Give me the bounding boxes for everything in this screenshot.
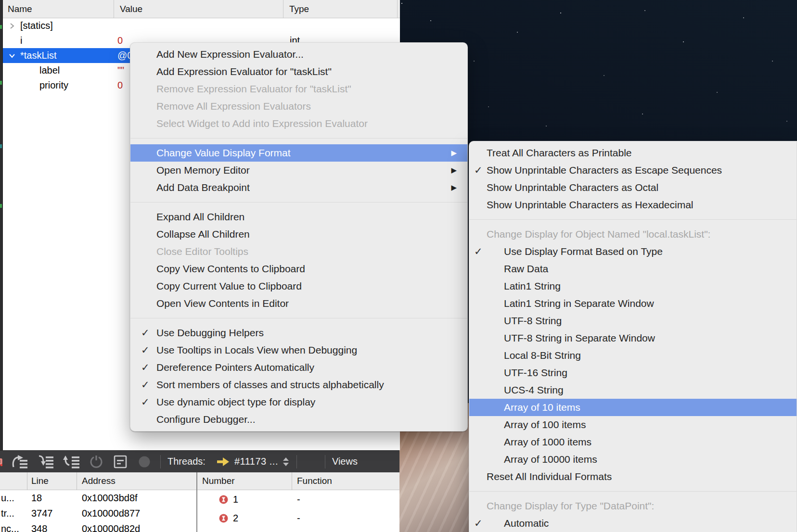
column-header-label: Value bbox=[120, 4, 142, 14]
submenu-item-ucs4-string[interactable]: UCS-4 String bbox=[469, 381, 797, 399]
locals-row-statics[interactable]: [statics] bbox=[3, 18, 400, 33]
menu-item-label: Show Unprintable Characters as Escape Se… bbox=[487, 165, 722, 176]
interrupt-icon[interactable] bbox=[0, 454, 3, 470]
column-header-value[interactable]: Value bbox=[114, 0, 283, 18]
menu-item-add-data-breakpoint[interactable]: Add Data Breakpoint▶ bbox=[130, 179, 467, 196]
submenu-item-utf8-string[interactable]: UTF-8 String bbox=[469, 312, 797, 329]
submenu-item-utf8-string-separate-window[interactable]: UTF-8 String in Separate Window bbox=[469, 329, 797, 347]
stack-table: Line Address u... 18 0x10003bd8f tr... 3… bbox=[0, 472, 196, 532]
menu-item-copy-current-value-to-clipboard[interactable]: Copy Current Value to Clipboard bbox=[130, 278, 467, 295]
record-icon[interactable] bbox=[137, 455, 152, 469]
step-into-icon[interactable] bbox=[37, 455, 54, 469]
menu-item-label: Local 8-Bit String bbox=[504, 350, 581, 361]
submenu-item-show-unprintable-as-hexadecimal[interactable]: Show Unprintable Characters as Hexadecim… bbox=[469, 196, 797, 214]
variable-value: 0 bbox=[117, 80, 123, 91]
menu-item-copy-view-contents-to-clipboard[interactable]: Copy View Contents to Clipboard bbox=[130, 260, 467, 278]
menu-item-label: Array of 100 items bbox=[504, 419, 586, 431]
menu-item-use-dynamic-object-type[interactable]: ✓Use dynamic object type for display bbox=[130, 393, 467, 411]
editor-text-fragment bbox=[0, 204, 2, 208]
thread-row[interactable]: 2 - bbox=[197, 509, 399, 528]
submenu-arrow-icon: ▶ bbox=[451, 183, 457, 192]
menu-item-change-value-display-format[interactable]: Change Value Display Format▶ bbox=[130, 144, 467, 162]
stack-frame-name: u... bbox=[0, 493, 27, 504]
submenu-item-show-unprintable-as-octal[interactable]: Show Unprintable Characters as Octal bbox=[469, 179, 797, 196]
stack-row[interactable]: tr... 3747 0x10000d877 bbox=[0, 506, 196, 521]
column-header-function[interactable]: Function bbox=[292, 472, 399, 490]
thread-row[interactable]: 1 - bbox=[197, 490, 399, 509]
column-header-label: Type bbox=[289, 4, 309, 14]
menu-item-add-new-expression-evaluator[interactable]: Add New Expression Evaluator... bbox=[130, 46, 467, 63]
menu-item-label: Use Display Format Based on Type bbox=[504, 246, 663, 257]
submenu-item-latin1-string[interactable]: Latin1 String bbox=[469, 278, 797, 295]
menu-item-label: Sort members of classes and structs alph… bbox=[156, 379, 384, 391]
submenu-item-utf16-string[interactable]: UTF-16 String bbox=[469, 364, 797, 381]
submenu-item-show-unprintable-as-escape-sequences[interactable]: ✓Show Unprintable Characters as Escape S… bbox=[469, 162, 797, 179]
menu-item-open-view-contents-in-editor[interactable]: Open View Contents in Editor bbox=[130, 295, 467, 312]
stack-frame-line: 348 bbox=[27, 523, 77, 532]
submenu-item-use-display-format-based-on-type[interactable]: ✓Use Display Format Based on Type bbox=[469, 243, 797, 260]
submenu-item-automatic[interactable]: ✓Automatic bbox=[469, 515, 797, 532]
menu-section-header-label: Change Display for Object Named "local.t… bbox=[487, 228, 710, 240]
submenu-item-latin1-string-separate-window[interactable]: Latin1 String in Separate Window bbox=[469, 295, 797, 312]
column-header-address[interactable]: Address bbox=[77, 472, 196, 490]
chevron-right-icon[interactable] bbox=[9, 23, 15, 29]
submenu-item-reset-all-individual-formats[interactable]: Reset All Individual Formats bbox=[469, 468, 797, 485]
column-header-name[interactable]: Name bbox=[3, 0, 114, 18]
submenu-item-array-of-10-items[interactable]: Array of 10 items bbox=[469, 399, 797, 416]
menu-item-label: Remove Expression Evaluator for "taskLis… bbox=[156, 83, 351, 95]
thread-number: 2 bbox=[233, 513, 238, 524]
stack-table-header: Line Address bbox=[0, 472, 196, 490]
menu-item-label: Dereference Pointers Automatically bbox=[156, 362, 314, 373]
open-memory-view-icon[interactable] bbox=[113, 455, 128, 469]
column-header-type[interactable]: Type bbox=[283, 0, 398, 18]
menu-section-header-label: Change Display for Type "DataPoint": bbox=[487, 500, 654, 512]
thread-paused-icon bbox=[219, 514, 228, 523]
checkmark-icon: ✓ bbox=[141, 396, 150, 408]
restart-debugger-icon[interactable] bbox=[89, 455, 103, 469]
menu-separator bbox=[130, 202, 467, 203]
menu-item-label: Array of 1000 items bbox=[504, 436, 591, 448]
views-button[interactable]: Views bbox=[332, 456, 358, 467]
variable-name: priority bbox=[3, 80, 68, 91]
menu-item-label: Open Memory Editor bbox=[156, 165, 250, 176]
chevron-down-icon[interactable] bbox=[9, 52, 15, 59]
submenu-item-raw-data[interactable]: Raw Data bbox=[469, 260, 797, 278]
menu-item-configure-debugger[interactable]: Configure Debugger... bbox=[130, 411, 467, 428]
thread-selector[interactable]: #11173 ... bbox=[234, 456, 278, 467]
menu-item-label: Expand All Children bbox=[156, 211, 244, 223]
column-header-number[interactable]: Number bbox=[197, 472, 292, 490]
menu-item-add-expression-evaluator-for-tasklist[interactable]: Add Expression Evaluator for "taskList" bbox=[130, 63, 467, 80]
menu-item-use-tooltips-in-locals-view[interactable]: ✓Use Tooltips in Locals View when Debugg… bbox=[130, 342, 467, 359]
menu-item-sort-members-alphabetically[interactable]: ✓Sort members of classes and structs alp… bbox=[130, 376, 467, 393]
stack-row[interactable]: u... 18 0x10003bd8f bbox=[0, 490, 196, 506]
menu-item-label: UCS-4 String bbox=[504, 384, 564, 396]
bottom-panels: Line Address u... 18 0x10003bd8f tr... 3… bbox=[0, 472, 399, 532]
menu-item-collapse-all-children[interactable]: Collapse All Children bbox=[130, 226, 467, 243]
menu-item-label: Raw Data bbox=[504, 263, 548, 275]
menu-item-expand-all-children[interactable]: Expand All Children bbox=[130, 208, 467, 226]
menu-item-open-memory-editor[interactable]: Open Memory Editor▶ bbox=[130, 162, 467, 179]
submenu-item-array-of-10000-items[interactable]: Array of 10000 items bbox=[469, 451, 797, 468]
menu-item-label: Latin1 String bbox=[504, 280, 561, 292]
context-menu: Add New Expression Evaluator... Add Expr… bbox=[130, 42, 468, 431]
step-out-icon[interactable] bbox=[63, 455, 80, 469]
submenu-item-local-8bit-string[interactable]: Local 8-Bit String bbox=[469, 347, 797, 364]
menu-item-dereference-pointers-automatically[interactable]: ✓Dereference Pointers Automatically bbox=[130, 359, 467, 376]
menu-item-label: Add New Expression Evaluator... bbox=[156, 49, 304, 60]
step-over-icon[interactable] bbox=[11, 455, 28, 469]
submenu-item-treat-all-characters-as-printable[interactable]: Treat All Characters as Printable bbox=[469, 144, 797, 162]
column-header-clipped[interactable] bbox=[0, 472, 27, 490]
display-format-submenu: Treat All Characters as Printable ✓Show … bbox=[469, 141, 797, 532]
stack-row[interactable]: nc... 348 0x10000d82d bbox=[0, 521, 196, 532]
variable-value: 0 bbox=[117, 35, 123, 46]
menu-item-label: Collapse All Children bbox=[156, 228, 250, 240]
submenu-item-array-of-1000-items[interactable]: Array of 1000 items bbox=[469, 433, 797, 451]
menu-item-label: Use Tooltips in Locals View when Debuggi… bbox=[156, 344, 357, 356]
column-header-line[interactable]: Line bbox=[27, 472, 77, 490]
submenu-item-array-of-100-items[interactable]: Array of 100 items bbox=[469, 416, 797, 433]
menu-item-select-widget: Select Widget to Add into Expression Eva… bbox=[130, 115, 467, 132]
menu-item-use-debugging-helpers[interactable]: ✓Use Debugging Helpers bbox=[130, 324, 467, 342]
checkmark-icon: ✓ bbox=[474, 165, 483, 176]
stack-frame-address: 0x10003bd8f bbox=[77, 493, 138, 504]
spinner-icon[interactable] bbox=[283, 457, 289, 466]
